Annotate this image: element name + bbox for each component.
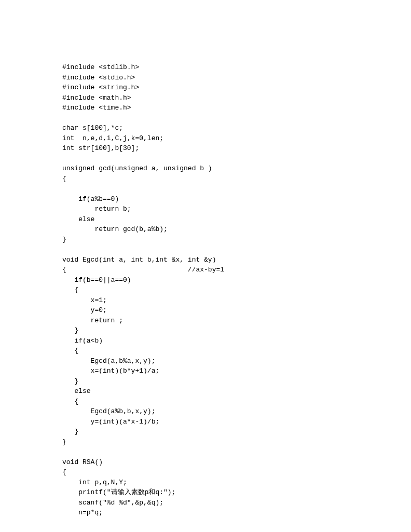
code-block: #include <stdlib.h> #include <stdio.h> #… [62,62,411,518]
